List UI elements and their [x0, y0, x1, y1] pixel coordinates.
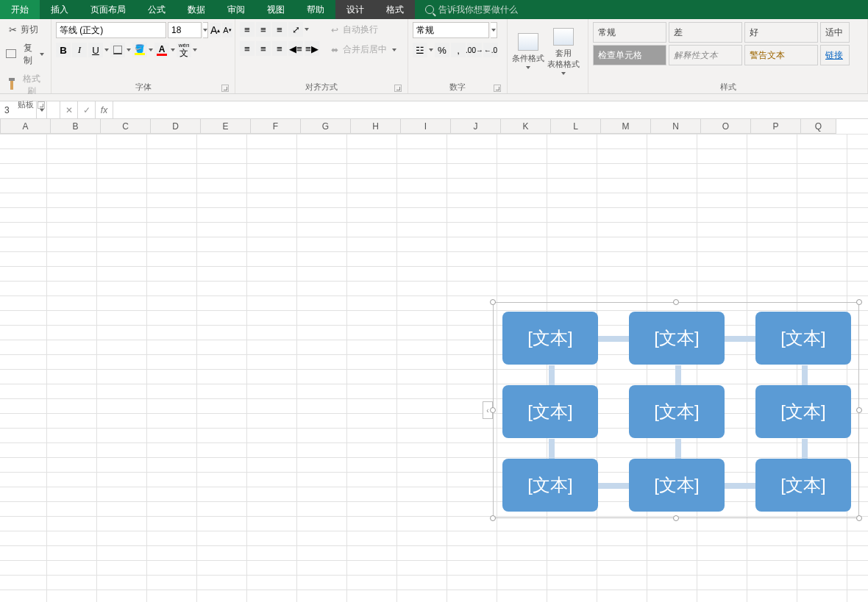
style-bad[interactable]: 差 — [669, 22, 742, 43]
font-size-dropdown[interactable] — [203, 22, 208, 38]
cut-button[interactable]: ✂剪切 — [4, 22, 46, 37]
italic-button[interactable]: I — [72, 43, 87, 57]
percent-format-button[interactable]: % — [435, 43, 449, 57]
increase-decimal-button[interactable]: .00→ — [467, 43, 482, 57]
column-header[interactable]: N — [651, 119, 701, 134]
tab-data[interactable]: 数据 — [177, 0, 216, 19]
column-header[interactable]: B — [51, 119, 101, 134]
resize-handle-e[interactable] — [856, 407, 862, 413]
smartart-node[interactable]: [文本] — [502, 459, 598, 512]
column-header[interactable]: C — [101, 119, 151, 134]
underline-dropdown[interactable] — [104, 49, 109, 51]
align-bottom-button[interactable]: ≡ — [272, 22, 287, 37]
accept-formula-button[interactable]: ✓ — [78, 101, 96, 118]
column-header[interactable]: D — [151, 119, 201, 134]
number-dialog-launcher[interactable] — [494, 85, 501, 92]
font-size-select[interactable] — [168, 22, 202, 38]
tab-design[interactable]: 设计 — [335, 0, 375, 19]
resize-handle-w[interactable] — [490, 407, 496, 413]
border-dropdown[interactable] — [127, 49, 131, 51]
fill-color-dropdown[interactable] — [149, 49, 153, 51]
tab-layout[interactable]: 页面布局 — [79, 0, 137, 19]
tab-formula[interactable]: 公式 — [137, 0, 177, 19]
align-dialog-launcher[interactable] — [394, 85, 402, 92]
font-color-dropdown[interactable] — [171, 49, 175, 51]
align-center-button[interactable]: ≡ — [256, 41, 271, 56]
align-top-button[interactable]: ≡ — [240, 22, 255, 37]
smartart-node[interactable]: [文本] — [629, 385, 725, 438]
smartart-node[interactable]: [文本] — [755, 312, 851, 365]
decrease-decimal-button[interactable]: ←.0 — [483, 43, 498, 57]
resize-handle-s[interactable] — [673, 515, 679, 521]
tab-format[interactable]: 格式 — [375, 0, 415, 19]
smartart-node[interactable]: [文本] — [755, 459, 851, 512]
column-header[interactable]: K — [501, 119, 551, 134]
column-header[interactable]: F — [251, 119, 301, 134]
comma-format-button[interactable]: , — [451, 43, 466, 57]
formula-input[interactable] — [113, 101, 868, 118]
number-format-select[interactable] — [413, 22, 489, 38]
tell-me-search[interactable]: 告诉我你想要做什么 — [415, 0, 518, 19]
tab-view[interactable]: 视图 — [256, 0, 296, 19]
align-right-button[interactable]: ≡ — [272, 41, 287, 56]
fill-color-button[interactable]: 🪣 — [132, 43, 147, 57]
resize-handle-sw[interactable] — [490, 515, 496, 521]
resize-handle-se[interactable] — [856, 515, 862, 521]
tab-review[interactable]: 审阅 — [216, 0, 256, 19]
column-header[interactable]: M — [601, 119, 651, 134]
cancel-formula-button[interactable]: ✕ — [60, 101, 78, 118]
font-name-select[interactable] — [56, 22, 166, 38]
style-hyperlink[interactable]: 链接 — [820, 45, 850, 65]
bold-button[interactable]: B — [56, 43, 71, 57]
accounting-format-button[interactable]: ☳ — [413, 43, 427, 57]
column-header[interactable]: P — [751, 119, 801, 134]
smartart-node[interactable]: [文本] — [755, 385, 851, 438]
format-as-table-button[interactable]: 套用 表格格式 — [547, 22, 580, 80]
tab-insert[interactable]: 插入 — [40, 0, 79, 19]
font-color-button[interactable]: A — [154, 43, 169, 57]
smartart-node[interactable]: [文本] — [629, 312, 725, 365]
orientation-button[interactable]: ⤢ — [288, 22, 303, 37]
align-left-button[interactable]: ≡ — [240, 41, 255, 56]
style-good[interactable]: 好 — [744, 22, 818, 43]
style-explanatory[interactable]: 解释性文本 — [669, 45, 742, 65]
style-neutral[interactable]: 适中 — [820, 22, 850, 43]
column-header[interactable]: A — [1, 119, 51, 134]
column-header[interactable]: Q — [801, 119, 836, 134]
column-header[interactable]: E — [201, 119, 251, 134]
smartart-node[interactable]: [文本] — [502, 385, 598, 438]
indent-decrease-button[interactable]: ◀≡ — [288, 41, 303, 56]
wrap-text-button[interactable]: ↩自动换行 — [327, 22, 399, 37]
align-middle-button[interactable]: ≡ — [256, 22, 271, 37]
indent-increase-button[interactable]: ≡▶ — [305, 41, 319, 56]
conditional-format-button[interactable]: 条件格式 — [512, 22, 544, 80]
underline-button[interactable]: U — [88, 43, 103, 57]
column-header[interactable]: I — [401, 119, 451, 134]
insert-function-button[interactable]: fx — [96, 101, 113, 118]
column-header[interactable]: G — [301, 119, 351, 134]
merge-center-button[interactable]: ⬌合并后居中 — [327, 42, 399, 57]
copy-button[interactable]: 复制 — [4, 40, 46, 68]
tab-home[interactable]: 开始 — [0, 0, 40, 19]
resize-handle-nw[interactable] — [490, 299, 496, 305]
clipboard-dialog-launcher[interactable] — [38, 101, 45, 109]
style-warning[interactable]: 警告文本 — [744, 45, 818, 65]
style-check-cell[interactable]: 检查单元格 — [593, 45, 666, 65]
phonetic-button[interactable]: wén文 — [177, 43, 191, 57]
style-normal[interactable]: 常规 — [593, 22, 666, 43]
column-header[interactable]: H — [351, 119, 401, 134]
smartart-node[interactable]: [文本] — [502, 312, 598, 365]
column-header[interactable]: L — [551, 119, 601, 134]
column-header[interactable]: O — [701, 119, 751, 134]
resize-handle-ne[interactable] — [856, 299, 862, 305]
resize-handle-n[interactable] — [673, 299, 679, 305]
smartart-node[interactable]: [文本] — [629, 459, 725, 512]
font-dialog-launcher[interactable] — [221, 85, 229, 92]
increase-font-button[interactable]: A▴ — [210, 23, 221, 37]
border-button[interactable] — [110, 43, 125, 57]
smartart-object[interactable]: ‹ [文本] [文本] [文本] [文本] [文本] — [493, 302, 859, 518]
worksheet-grid[interactable]: ABCDEFGHIJKLMNOPQ ‹ [文本] — [0, 119, 868, 602]
tab-help[interactable]: 帮助 — [296, 0, 335, 19]
number-format-dropdown[interactable] — [491, 22, 497, 38]
cell-styles-gallery[interactable]: 常规 差 好 适中 检查单元格 解释性文本 警告文本 链接 — [593, 22, 850, 80]
